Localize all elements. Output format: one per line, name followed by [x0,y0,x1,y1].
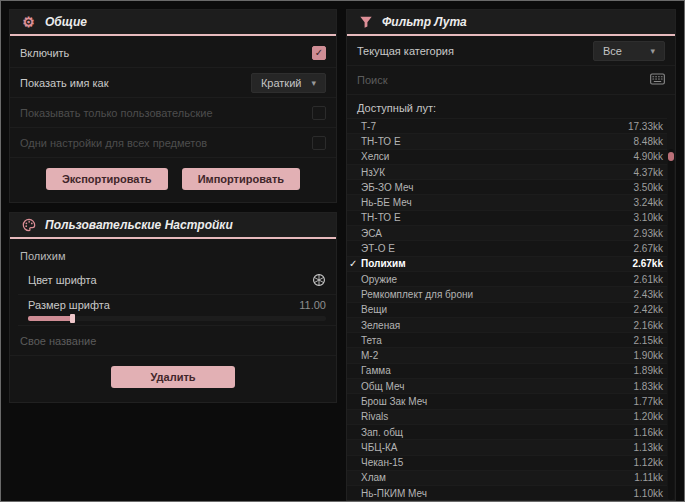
loot-item-name: Брош Зак Меч [361,396,427,407]
loot-item-value: 2.67kk [634,243,663,254]
general-panel-header: ⚙ Общие [10,10,336,36]
general-panel: ⚙ Общие Включить ✓ Показать имя как Крат… [9,9,337,203]
loot-item-row[interactable]: ✓Гамма1.89kk [347,363,667,378]
loot-item-row[interactable]: ✓Зап. общ1.16kk [347,424,667,439]
loot-filter-panel-title: Фильтр Лута [382,15,467,29]
loot-item-name: ЭСА [361,228,382,239]
font-size-slider-handle[interactable] [70,314,75,323]
chevron-down-icon: ▾ [650,46,655,56]
loot-item-row[interactable]: ✓ТН-ТО Е8.48kk [347,133,667,148]
font-size-slider[interactable] [28,316,326,321]
loot-item-row[interactable]: ✓НзУК4.37kk [347,164,667,179]
loot-item-value: 3.24kk [634,197,663,208]
font-size-cell: Размер шрифта 11.00 [28,299,326,321]
loot-item-value: 1.20kk [634,411,663,422]
font-size-label: Размер шрифта [28,299,110,311]
loot-item-name: ТН-ТО Е [361,136,401,147]
loot-item-row[interactable]: ✓Зеленая2.16kk [347,317,667,332]
right-column: Фильтр Лута Текущая категория Все ▾ [346,9,676,493]
loot-item-name: Чекан-15 [361,457,403,468]
enable-checkbox[interactable]: ✓ [312,46,326,60]
category-label: Текущая категория [357,45,454,57]
loot-item-value: 1.89kk [634,365,663,376]
loot-item-value: 2.42kk [634,304,663,315]
delete-row: Удалить [10,356,336,394]
loot-item-name: Хлам [361,472,386,483]
loot-list-scrollbar[interactable] [668,149,674,500]
loot-item-value: 2.61kk [634,274,663,285]
general-panel-title: Общие [45,15,87,29]
loot-item-row[interactable]: ✓Брош Зак Меч1.77kk [347,393,667,408]
loot-item-value: 3.10kk [634,212,663,223]
export-button[interactable]: Экспортировать [46,168,168,190]
delete-button[interactable]: Удалить [111,366,235,388]
loot-item-row[interactable]: ✓Rivals1.20kk [347,409,667,424]
loot-item-row[interactable]: ✓ТН-ТО Е3.10kk [347,210,667,225]
loot-item-row[interactable]: ✓ЧБЦ-КА1.13kk [347,439,667,454]
loot-item-name: Зеленая [361,320,400,331]
loot-filter-settings-window: ⚙ Общие Включить ✓ Показать имя как Крат… [0,0,685,502]
loot-filter-panel-header: Фильтр Лута [347,10,675,36]
loot-item-name: Ремкомплект для брони [361,289,473,300]
loot-item-row[interactable]: ✓М-21.90kk [347,347,667,362]
keyboard-icon[interactable] [650,71,665,89]
loot-item-name: Вещи [361,304,387,315]
show-name-dropdown[interactable]: Краткий ▾ [251,73,326,93]
custom-name-row [10,326,336,356]
loot-item-name: Нь-БЕ Меч [361,197,412,208]
font-color-label: Цвет шрифта [28,274,97,286]
only-custom-row: Показывать только пользовательские [10,98,336,128]
custom-settings-panel: Пользовательские Настройки Полихим Цвет … [9,212,337,403]
loot-item-row[interactable]: ✓Тета2.15kk [347,332,667,347]
loot-item-name: Тета [361,335,382,346]
loot-item-value: 2.16kk [634,320,663,331]
check-icon: ✓ [349,258,357,269]
search-row [347,66,675,95]
loot-item-row[interactable]: ✓Хелси4.90kk [347,149,667,164]
custom-name-input[interactable] [20,335,326,347]
loot-item-row[interactable]: ✓ЭСА2.93kk [347,225,667,240]
color-palette-icon[interactable] [312,273,326,287]
loot-item-row[interactable]: ✓Нь-БЕ Меч3.24kk [347,194,667,209]
loot-item-row[interactable]: ✓Общ Меч1.83kk [347,378,667,393]
loot-item-name: ТН-ТО Е [361,212,401,223]
loot-item-value: 1.11kk [634,472,663,483]
loot-item-row[interactable]: ✓Ремкомплект для брони2.43kk [347,286,667,301]
chevron-down-icon: ▾ [311,78,316,88]
category-dropdown[interactable]: Все ▾ [593,41,665,61]
loot-item-value: 4.37kk [634,167,663,178]
search-input[interactable] [357,74,650,86]
import-button[interactable]: Импортировать [182,168,300,190]
loot-item-row[interactable]: ✓Полихим2.67kk [347,256,667,271]
show-name-row: Показать имя как Краткий ▾ [10,68,336,98]
loot-item-row[interactable]: ✓Оружие2.61kk [347,271,667,286]
loot-item-row[interactable]: ✓Т-717.33kk [347,118,667,133]
loot-item-name: НзУК [361,167,385,178]
loot-item-row[interactable]: ✓Чекан-151.12kk [347,455,667,470]
loot-item-value: 1.16kk [634,427,663,438]
loot-item-row[interactable]: ✓ЭБ-ЗО Меч3.50kk [347,179,667,194]
same-settings-checkbox[interactable] [312,136,326,150]
only-custom-checkbox[interactable] [312,106,326,120]
custom-settings-panel-header: Пользовательские Настройки [10,213,336,239]
loot-filter-panel: Фильтр Лута Текущая категория Все ▾ [346,9,676,501]
funnel-icon [358,15,373,30]
font-color-row: Цвет шрифта [18,265,336,295]
font-size-value: 11.00 [299,299,326,311]
loot-list-scrollbar-thumb[interactable] [668,152,674,161]
loot-item-value: 1.90kk [634,350,663,361]
loot-item-name: Зап. общ [361,427,403,438]
loot-item-name: Нь-ПКИМ Меч [361,488,427,499]
gear-icon: ⚙ [21,15,36,30]
loot-item-value: 3.50kk [634,182,663,193]
loot-item-row[interactable]: ✓Нь-ПКИМ Меч1.10kk [347,485,667,500]
loot-item-value: 2.15kk [634,335,663,346]
available-loot-label: Доступный лут: [347,95,675,118]
loot-item-row[interactable]: ✓Хлам1.11kk [347,470,667,485]
category-dropdown-value: Все [603,45,622,57]
loot-item-name: ЭБ-ЗО Меч [361,182,413,193]
loot-item-value: 1.12kk [634,457,663,468]
loot-item-name: Гамма [361,365,391,376]
loot-item-row[interactable]: ✓Вещи2.42kk [347,302,667,317]
loot-item-row[interactable]: ✓ЭТ-О Е2.67kk [347,240,667,255]
